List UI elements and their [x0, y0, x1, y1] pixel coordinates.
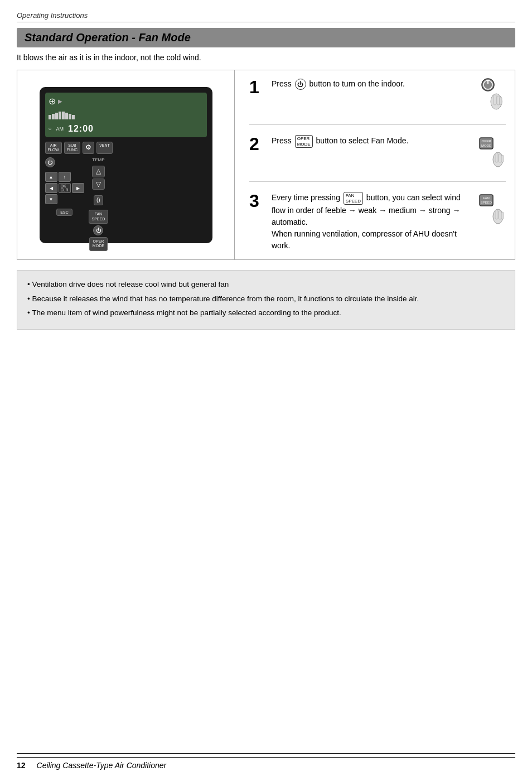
bar-4 — [59, 112, 61, 119]
svg-rect-6 — [500, 97, 502, 105]
bar-5 — [62, 112, 65, 119]
bar-8 — [72, 115, 75, 119]
step-1-content: Press ⏻ button to turn on the indoor. — [272, 78, 468, 90]
btn-oper-mode[interactable]: OPER MODE — [89, 237, 108, 251]
screen-bottom: ○ AM 12:00 — [49, 124, 94, 134]
btn-sub-func[interactable]: SUB FUNC — [64, 142, 80, 155]
btn-fan-speed[interactable]: FAN SPEED — [89, 210, 109, 224]
screen-clock: 12:00 — [68, 124, 94, 134]
svg-rect-18 — [495, 210, 498, 219]
main-content-box: ⊕ ▶ ○ AM — [17, 70, 515, 260]
svg-rect-20 — [501, 212, 504, 219]
nav-left[interactable]: ◀ — [45, 183, 57, 193]
bar-6 — [65, 113, 68, 119]
svg-rect-19 — [499, 211, 501, 219]
step-3: 3 Every time pressing FAN SPEED button, … — [249, 192, 506, 252]
step-2-number: 2 — [249, 135, 265, 153]
btn-temp-down[interactable]: ▽ — [92, 179, 105, 190]
step-2-text-after: button to select Fan Mode. — [316, 136, 409, 145]
nav-cluster: ▲ ↑ ◀ OKCLR ▶ ▼ — [45, 172, 84, 204]
note-1: • Ventilation drive does not release coo… — [27, 278, 505, 291]
step-3-extra-text: When running ventilation, compressor of … — [272, 229, 457, 250]
screen-bar-area — [49, 110, 204, 119]
nav-ok[interactable]: OKCLR — [59, 183, 71, 193]
svg-rect-5 — [497, 96, 500, 105]
step-2-icon: OPER MODE — [295, 135, 313, 148]
screen-fan-icon: ⊕ — [49, 96, 56, 107]
screen-arrow: ▶ — [58, 98, 62, 104]
title-bar: Standard Operation - Fan Mode — [17, 28, 515, 47]
step-2-svg: OPER MODE — [477, 135, 505, 171]
svg-text:MODE: MODE — [481, 144, 491, 147]
screen-circle: ○ — [49, 126, 52, 132]
svg-rect-12 — [499, 154, 501, 162]
step-1-image — [475, 78, 506, 114]
btn-power-right[interactable]: ⏻ — [93, 225, 103, 235]
svg-rect-4 — [494, 95, 496, 105]
step-2-content: Press OPER MODE button to select Fan Mod… — [272, 135, 468, 148]
footer-divider — [17, 753, 515, 754]
bar-1 — [49, 115, 51, 119]
nav-up[interactable]: ▲ — [45, 172, 57, 182]
footer: 12 Ceiling Cassette-Type Air Conditioner — [17, 757, 515, 770]
step-1-text-after: button to turn on the indoor. — [309, 79, 405, 88]
notes-section: • Ventilation drive does not release coo… — [17, 270, 515, 330]
svg-text:FAN: FAN — [483, 196, 490, 200]
btn-air-flow[interactable]: AIR FLOW — [45, 142, 62, 155]
nav-down[interactable]: ▼ — [45, 194, 57, 204]
note-2: • Because it releases the wind that has … — [27, 293, 505, 305]
step-3-number: 3 — [249, 192, 265, 210]
btn-oscillate[interactable]: () — [94, 195, 103, 205]
step-2-text-before: Press — [272, 136, 294, 145]
step-2-image: OPER MODE — [475, 135, 506, 171]
header-label: Operating Instructions — [17, 11, 515, 20]
right-buttons: TEMP △ ▽ () FAN SPEED ⏻ OPER MODE — [89, 157, 109, 250]
steps-panel: 1 Press ⏻ button to turn on the indoor. — [240, 70, 515, 259]
bar-2 — [52, 114, 55, 119]
step-1-power-icon: ⏻ — [295, 79, 306, 90]
svg-rect-13 — [501, 155, 504, 162]
svg-rect-11 — [495, 153, 498, 162]
step-1: 1 Press ⏻ button to turn on the indoor. — [249, 78, 506, 114]
remote-panel: ⊕ ▶ ○ AM — [17, 70, 235, 259]
top-buttons-row: AIR FLOW SUB FUNC ⚙ VENT — [45, 142, 207, 155]
step-1-separator — [249, 124, 506, 125]
screen-bars — [49, 110, 204, 119]
btn-gear[interactable]: ⚙ — [83, 142, 94, 155]
screen-am: AM — [56, 126, 64, 132]
btn-temp-up[interactable]: △ — [92, 166, 105, 177]
btn-vent[interactable]: VENT — [96, 142, 113, 155]
step-3-svg: FAN SPEED — [477, 192, 505, 228]
svg-text:OPER: OPER — [481, 139, 491, 143]
nav-up-arrow[interactable]: ↑ — [59, 172, 71, 182]
btn-esc[interactable]: ESC — [56, 209, 72, 216]
bar-3 — [55, 113, 58, 119]
left-buttons: ⏻ ▲ ↑ ◀ OKCLR ▶ ▼ — [45, 157, 84, 250]
step-3-text-before: Every time pressing — [272, 193, 342, 202]
note-3: • The menu item of wind powerfulness mig… — [27, 307, 505, 319]
step-1-text-before: Press — [272, 79, 294, 88]
step-2-separator — [249, 181, 506, 182]
remote-screen: ⊕ ▶ ○ AM — [45, 93, 207, 137]
step-3-image: FAN SPEED — [475, 192, 506, 228]
temp-label: TEMP — [92, 157, 104, 162]
page-title: Standard Operation - Fan Mode — [25, 31, 507, 44]
top-divider — [17, 22, 515, 22]
bar-7 — [69, 114, 71, 119]
step-3-icon: FAN SPEED — [344, 192, 363, 205]
svg-text:SPEED: SPEED — [480, 201, 492, 204]
screen-top: ⊕ ▶ — [49, 96, 62, 107]
step-3-content: Every time pressing FAN SPEED button, yo… — [272, 192, 468, 252]
step-1-svg — [477, 78, 505, 114]
step-1-number: 1 — [249, 78, 265, 96]
remote-main-area: ⏻ ▲ ↑ ◀ OKCLR ▶ ▼ — [45, 157, 207, 250]
btn-power[interactable]: ⏻ — [45, 157, 55, 167]
step-2: 2 Press OPER MODE button to select Fan M… — [249, 135, 506, 171]
footer-doc-title: Ceiling Cassette-Type Air Conditioner — [37, 761, 167, 770]
subtitle: It blows the air as it is in the indoor,… — [17, 53, 515, 62]
remote-control: ⊕ ▶ ○ AM — [40, 87, 212, 243]
footer-page-number: 12 — [17, 761, 26, 770]
nav-right[interactable]: ▶ — [72, 183, 84, 193]
